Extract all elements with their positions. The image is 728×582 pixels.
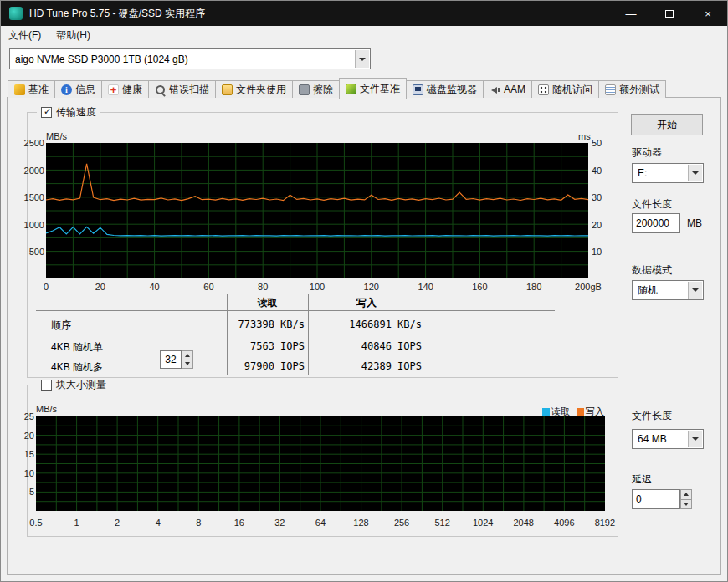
4k-multi-write-value: 42389 IOPS [308, 360, 422, 372]
tab-file-benchmark[interactable]: 文件基准 [339, 78, 407, 99]
tab-strip: 基准 信息 健康 错误扫描 文件夹使用 擦除 文件基准 磁盘监视器 AAM 随机… [8, 78, 665, 98]
checkbox-checked-icon[interactable] [41, 107, 52, 118]
chevron-down-icon[interactable] [355, 50, 369, 68]
column-header-write: 写入 [308, 296, 425, 310]
checkbox-label: 传输速度 [56, 105, 96, 120]
block-size-checkbox[interactable]: 块大小测量 [37, 378, 110, 392]
data-mode-select[interactable]: 随机 [632, 280, 704, 300]
tab-folder-usage[interactable]: 文件夹使用 [215, 80, 293, 98]
delay-spinner[interactable] [632, 489, 692, 509]
minimize-button[interactable]: — [612, 1, 650, 26]
app-icon [9, 7, 23, 20]
tab-label: 擦除 [313, 83, 333, 97]
checklist-icon [605, 84, 616, 95]
row-label-4k-multi: 4KB 随机多 [51, 360, 103, 375]
4k-multi-read-value: 97900 IOPS [227, 360, 305, 372]
close-button[interactable]: × [689, 1, 727, 26]
row-label-4k-single: 4KB 随机单 [51, 340, 103, 355]
tab-label: 额外测试 [619, 83, 659, 97]
chevron-down-icon[interactable] [688, 282, 702, 299]
block-file-length-label: 文件长度 [632, 409, 672, 423]
write-color-swatch [577, 408, 584, 416]
file-length-unit: MB [687, 217, 702, 229]
speaker-icon [490, 84, 500, 95]
checkbox-unchecked-icon[interactable] [41, 380, 52, 391]
tab-label: 磁盘监视器 [427, 83, 477, 97]
transfer-speed-chart [46, 143, 588, 278]
drive-combobox-value: aigo NVMe SSD P3000 1TB (1024 gB) [15, 54, 188, 65]
file-length-label: 文件长度 [632, 197, 672, 212]
spin-up-button[interactable] [182, 350, 193, 360]
tab-label: 文件夹使用 [236, 83, 286, 97]
row-label-sequential: 顺序 [51, 319, 71, 333]
menubar: 文件(F) 帮助(H) [1, 26, 727, 44]
tab-health[interactable]: 健康 [101, 80, 149, 98]
tab-label: AAM [504, 84, 525, 95]
data-mode-label: 数据模式 [632, 263, 672, 278]
column-header-read: 读取 [227, 296, 308, 310]
y-right-ticks: 50 40 30 20 10 [592, 137, 612, 258]
block-file-length-value: 64 MB [638, 433, 667, 445]
monitor-icon [413, 84, 423, 95]
tab-label: 信息 [75, 83, 95, 97]
spin-down-button[interactable] [182, 360, 193, 370]
menu-help[interactable]: 帮助(H) [49, 26, 98, 44]
block-y-ticks: 25 20 15 10 5 [21, 411, 34, 498]
info-icon [61, 84, 72, 95]
file-benchmark-icon [346, 84, 356, 94]
chevron-down-icon[interactable] [688, 165, 702, 181]
tab-label: 健康 [122, 83, 142, 97]
tab-aam[interactable]: AAM [483, 80, 532, 98]
transfer-speed-group: 传输速度 MB/s ms 2500 2000 1500 1000 500 50 … [27, 112, 618, 378]
block-file-length-select[interactable]: 64 MB [632, 429, 704, 449]
block-size-chart [36, 416, 605, 511]
tab-label: 基准 [28, 83, 49, 97]
health-cross-icon [108, 84, 119, 95]
window-title: HD Tune Pro 5.75 - 硬盘/SSD 实用程序 [29, 7, 612, 21]
chevron-down-icon[interactable] [688, 431, 702, 447]
app-window: HD Tune Pro 5.75 - 硬盘/SSD 实用程序 — × 文件(F)… [0, 0, 728, 582]
tab-random-access[interactable]: 随机访问 [531, 80, 599, 98]
tab-label: 文件基准 [360, 82, 400, 96]
tab-label: 随机访问 [552, 83, 592, 97]
sequential-write-value: 1466891 KB/s [308, 319, 422, 330]
queue-depth-input[interactable] [160, 350, 182, 369]
queue-depth-spinner[interactable] [160, 350, 193, 369]
maximize-button[interactable] [650, 1, 689, 26]
spin-up-button[interactable] [680, 489, 692, 500]
drive-select-value: E: [638, 167, 647, 179]
read-color-swatch [542, 408, 550, 416]
tab-benchmark[interactable]: 基准 [8, 80, 55, 98]
sequential-read-value: 773398 KB/s [227, 319, 305, 330]
table-divider [36, 310, 555, 311]
delay-label: 延迟 [632, 472, 652, 487]
y-left-unit: MB/s [46, 131, 67, 141]
tab-extra-tests[interactable]: 额外测试 [598, 80, 666, 98]
block-size-group: 块大小测量 MB/s 读取 写入 25 20 15 10 5 0.5 1 2 4… [27, 385, 618, 537]
tab-info[interactable]: 信息 [54, 80, 102, 98]
file-benchmark-page: 传输速度 MB/s ms 2500 2000 1500 1000 500 50 … [7, 97, 721, 575]
block-x-ticks: 0.5 1 2 4 8 16 32 64 128 256 512 1024 20… [21, 518, 620, 528]
menu-file[interactable]: 文件(F) [1, 26, 49, 44]
y-left-ticks: 2500 2000 1500 1000 500 [23, 137, 44, 258]
x-axis-ticks: 0 20 40 60 80 100 120 140 160 180 200gB [29, 282, 605, 292]
tab-disk-monitor[interactable]: 磁盘监视器 [406, 80, 484, 98]
transfer-speed-checkbox[interactable]: 传输速度 [37, 105, 100, 120]
spin-down-button[interactable] [680, 500, 692, 510]
tab-error-scan[interactable]: 错误扫描 [148, 80, 216, 98]
delay-input[interactable] [632, 489, 680, 509]
start-button[interactable]: 开始 [631, 114, 703, 135]
dice-icon [538, 84, 549, 95]
drive-combobox[interactable]: aigo NVMe SSD P3000 1TB (1024 gB) [9, 48, 371, 69]
drive-label: 驱动器 [632, 146, 662, 160]
maximize-icon [665, 10, 674, 18]
toolbar: aigo NVMe SSD P3000 1TB (1024 gB) 一 癔 退出 [1, 44, 727, 76]
results-table: 读取 写入 顺序 773398 KB/s 1466891 KB/s 4KB 随机… [36, 294, 555, 375]
benchmark-icon [14, 84, 25, 95]
4k-single-read-value: 7563 IOPS [227, 340, 305, 352]
trash-icon [299, 84, 310, 95]
folder-icon [222, 84, 233, 95]
file-length-input[interactable] [632, 213, 680, 233]
drive-select[interactable]: E: [632, 163, 704, 183]
tab-erase[interactable]: 擦除 [292, 80, 340, 98]
